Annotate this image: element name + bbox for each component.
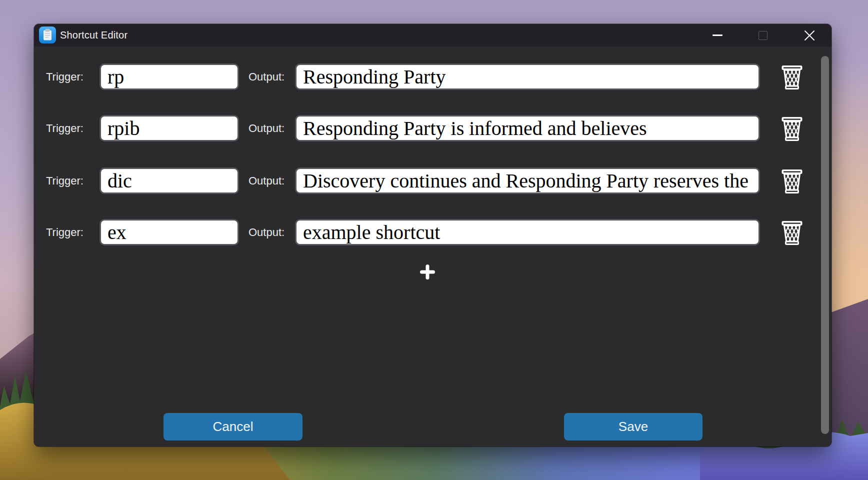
output-input[interactable]	[295, 168, 760, 194]
trigger-label: Trigger:	[46, 64, 84, 90]
shortcut-row: Trigger: Output:	[34, 168, 832, 194]
delete-shortcut-button[interactable]	[779, 116, 805, 142]
trigger-input[interactable]	[100, 168, 239, 194]
output-label: Output:	[248, 168, 284, 194]
close-button[interactable]	[794, 24, 825, 46]
delete-shortcut-button[interactable]	[779, 168, 805, 194]
trigger-input[interactable]	[100, 219, 239, 246]
delete-shortcut-button[interactable]	[779, 64, 805, 90]
shortcut-row: Trigger: Output:	[34, 115, 832, 142]
shortcut-row: Trigger: Output:	[34, 64, 832, 90]
output-input[interactable]	[295, 219, 760, 246]
shortcut-editor-window: Shortcut Editor Trigger: Output:	[34, 24, 832, 446]
output-label: Output:	[248, 115, 284, 142]
trigger-label: Trigger:	[46, 115, 84, 142]
save-button[interactable]: Save	[564, 413, 702, 440]
window-title: Shortcut Editor	[60, 24, 128, 46]
close-icon	[804, 30, 815, 41]
add-shortcut-button[interactable]	[412, 261, 444, 283]
trash-icon	[781, 168, 803, 194]
titlebar[interactable]: Shortcut Editor	[34, 24, 832, 46]
trigger-label: Trigger:	[46, 219, 84, 246]
cancel-button[interactable]: Cancel	[164, 413, 302, 440]
plus-icon	[420, 264, 435, 280]
trigger-input[interactable]	[100, 64, 239, 90]
trash-icon	[781, 64, 803, 90]
output-label: Output:	[248, 219, 284, 246]
output-input[interactable]	[295, 64, 760, 90]
clipboard-app-icon	[39, 26, 56, 44]
output-label: Output:	[248, 64, 284, 90]
trigger-input[interactable]	[100, 115, 239, 142]
maximize-icon	[758, 31, 768, 40]
output-input[interactable]	[295, 115, 760, 142]
trash-icon	[781, 220, 803, 245]
scrollbar[interactable]	[821, 49, 830, 442]
trash-icon	[781, 116, 803, 141]
trigger-label: Trigger:	[46, 168, 84, 194]
shortcut-row: Trigger: Output:	[34, 219, 832, 246]
maximize-button[interactable]	[748, 24, 778, 46]
delete-shortcut-button[interactable]	[779, 220, 805, 246]
minimize-button[interactable]	[702, 24, 733, 46]
minimize-icon	[712, 34, 722, 36]
scrollbar-thumb[interactable]	[821, 56, 829, 434]
